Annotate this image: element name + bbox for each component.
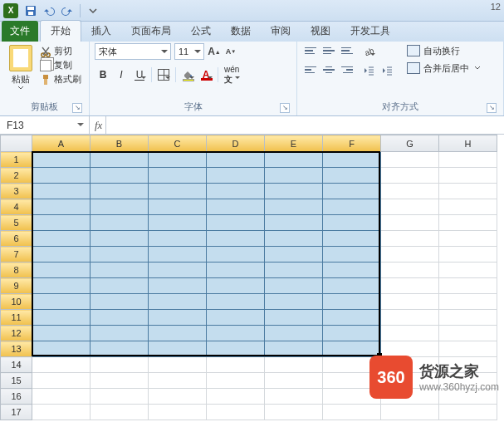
save-button[interactable] [22,2,39,19]
cell-A4[interactable] [32,199,91,215]
row-header-17[interactable]: 17 [1,405,32,420]
cell-E3[interactable] [265,184,323,199]
formula-input[interactable] [106,116,504,134]
cell-B13[interactable] [91,341,149,357]
cell-A3[interactable] [32,184,91,199]
row-header-10[interactable]: 10 [1,294,32,310]
cell-E14[interactable] [265,357,323,373]
spreadsheet-grid[interactable]: ABCDEFGH1234567891011121314151617 360 货源… [0,135,504,422]
row-header-12[interactable]: 12 [1,326,32,341]
cell-H13[interactable] [439,341,497,357]
cell-G7[interactable] [381,247,439,263]
cell-B7[interactable] [91,247,149,263]
cell-B10[interactable] [91,294,149,310]
orientation-button[interactable]: ab [360,43,377,60]
row-header-9[interactable]: 9 [1,278,32,294]
cell-A9[interactable] [32,278,91,294]
alignment-dialog-launcher[interactable]: ↘ [487,103,497,113]
name-box[interactable]: F13 [0,116,90,134]
cell-E13[interactable] [265,341,323,357]
cell-B11[interactable] [91,310,149,326]
tab-3[interactable]: 公式 [181,21,221,42]
increase-indent-button[interactable] [379,62,395,79]
cell-E11[interactable] [265,310,323,326]
redo-button[interactable] [59,2,76,19]
col-header-A[interactable]: A [32,135,91,152]
cell-D6[interactable] [207,231,265,247]
cell-F2[interactable] [323,168,381,184]
cell-A5[interactable] [32,215,91,231]
row-header-1[interactable]: 1 [1,152,32,168]
cell-H12[interactable] [439,326,497,341]
cell-B6[interactable] [91,231,149,247]
cell-G3[interactable] [381,184,439,199]
col-header-D[interactable]: D [207,135,265,152]
cell-D15[interactable] [207,373,265,389]
cell-A11[interactable] [32,310,91,326]
cell-A16[interactable] [32,389,91,405]
cell-A14[interactable] [32,357,91,373]
cell-A2[interactable] [32,168,91,184]
align-left-button[interactable] [302,62,319,77]
decrease-indent-button[interactable] [360,62,377,79]
font-color-button[interactable]: A [198,66,214,83]
cut-button[interactable]: 剪切 [40,45,81,57]
cell-A15[interactable] [32,373,91,389]
row-header-5[interactable]: 5 [1,215,32,231]
cell-F17[interactable] [323,405,381,420]
col-header-B[interactable]: B [91,135,149,152]
row-header-6[interactable]: 6 [1,231,32,247]
cell-B9[interactable] [91,278,149,294]
row-header-14[interactable]: 14 [1,357,32,373]
col-header-G[interactable]: G [381,135,439,152]
cell-D14[interactable] [207,357,265,373]
align-middle-button[interactable] [321,43,337,58]
tab-1[interactable]: 插入 [81,21,121,42]
cell-C11[interactable] [149,310,207,326]
format-painter-button[interactable]: 格式刷 [40,73,81,86]
cell-A1[interactable] [32,152,91,168]
tab-0[interactable]: 开始 [40,20,81,42]
cell-B3[interactable] [91,184,149,199]
font-name-combo[interactable]: 宋体 [95,43,171,60]
col-header-C[interactable]: C [149,135,207,152]
cell-D8[interactable] [207,263,265,278]
cell-E4[interactable] [265,199,323,215]
tab-6[interactable]: 视图 [301,21,340,42]
cell-B2[interactable] [91,168,149,184]
cell-B16[interactable] [91,389,149,405]
cell-B5[interactable] [91,215,149,231]
cell-C6[interactable] [149,231,207,247]
undo-button[interactable] [41,2,57,19]
col-header-E[interactable]: E [265,135,323,152]
cell-G13[interactable] [381,341,439,357]
cell-A17[interactable] [32,405,91,420]
row-header-8[interactable]: 8 [1,263,32,278]
fx-icon[interactable]: fx [93,119,102,132]
cell-E12[interactable] [265,326,323,341]
cell-F13[interactable] [323,341,381,357]
cell-C14[interactable] [149,357,207,373]
merge-center-button[interactable]: 合并后居中 [404,61,484,76]
cell-D12[interactable] [207,326,265,341]
cell-H17[interactable] [439,405,497,420]
qat-customize-button[interactable] [85,2,101,19]
cell-A10[interactable] [32,294,91,310]
cell-C1[interactable] [149,152,207,168]
increase-font-button[interactable]: A▲ [208,44,221,59]
row-header-4[interactable]: 4 [1,199,32,215]
cell-D7[interactable] [207,247,265,263]
cell-C9[interactable] [149,278,207,294]
cell-C7[interactable] [149,247,207,263]
cell-D13[interactable] [207,341,265,357]
cell-G2[interactable] [381,168,439,184]
cell-B14[interactable] [91,357,149,373]
cell-G17[interactable] [381,405,439,420]
align-right-button[interactable] [339,62,355,77]
clipboard-dialog-launcher[interactable]: ↘ [72,103,82,113]
cell-C8[interactable] [149,263,207,278]
cell-H1[interactable] [439,152,497,168]
cell-H8[interactable] [439,263,497,278]
align-top-button[interactable] [302,43,319,58]
cell-F12[interactable] [323,326,381,341]
